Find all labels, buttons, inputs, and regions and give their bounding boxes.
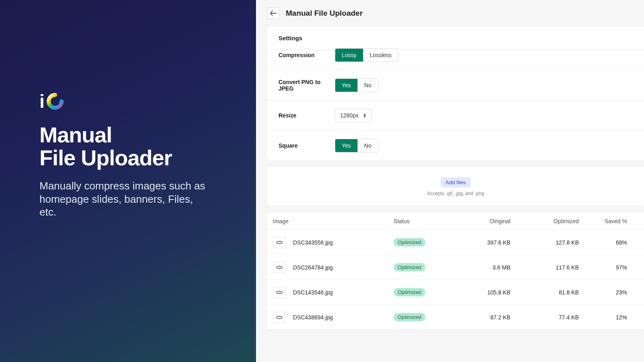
add-files-button[interactable]: Add files [441, 177, 471, 187]
col-optimized: Optimized [518, 218, 587, 224]
col-original: Oiriginal [454, 218, 518, 224]
logo-text: i [39, 90, 44, 112]
saved-percent: 68% [587, 239, 635, 246]
file-thumbnail [273, 312, 286, 323]
table-row: DSC264784.jpg Optimized 3.6 MB 117.6 KB … [267, 255, 644, 280]
select-caret-icon: ▲▼ [363, 113, 367, 118]
brand-logo: i [39, 90, 217, 112]
settings-card: Settings Compression Lossy Lossless Conv… [267, 27, 644, 160]
table-row: DSC143546.jpg Optimized 105.8 KB 81.8 KB… [267, 280, 644, 305]
file-name: DSC343556.jpg [293, 239, 333, 246]
resize-select[interactable]: 1280px ▲▼ [335, 109, 372, 122]
svg-point-0 [49, 95, 62, 108]
col-status: Status [394, 218, 454, 224]
hero-subtitle: Manually compress images such as homepag… [39, 179, 208, 219]
saved-percent: 23% [587, 289, 635, 296]
hero-title: Manual File Uploader [39, 123, 217, 169]
original-size: 397.6 KB [454, 239, 518, 246]
square-no-button[interactable]: No [357, 139, 378, 152]
original-size: 87.2 KB [454, 314, 518, 321]
convert-label: Convert PNG to JPEG [279, 79, 335, 92]
logo-swirl-icon [46, 93, 64, 110]
col-image: Image [273, 218, 394, 224]
convert-yes-button[interactable]: Yes [335, 79, 357, 92]
settings-heading: Settings [279, 35, 633, 41]
table-row: DSC438694.jpg Optimized 87.2 KB 77.4 KB … [267, 305, 644, 330]
compression-label: Compression [279, 52, 335, 58]
status-badge: Optimized [394, 263, 425, 272]
convert-toggle: Yes No [335, 78, 378, 92]
status-badge: Optimized [394, 313, 425, 321]
page-title: Manual File Uploader [286, 9, 363, 18]
app-panel: Manual File Uploader Settings Compressio… [256, 0, 644, 362]
square-yes-button[interactable]: Yes [335, 139, 357, 152]
resize-value: 1280px [340, 112, 359, 119]
optimized-size: 117.6 KB [518, 264, 587, 271]
original-size: 105.8 KB [454, 289, 518, 296]
optimized-size: 81.8 KB [518, 289, 587, 296]
file-name: DSC438694.jpg [293, 314, 333, 321]
dropzone-hint: Accepts .gif, .jpg, and .png [267, 191, 644, 196]
hero-panel: i Manual File Uploader Manually compress… [0, 0, 256, 362]
resize-label: Resize [279, 112, 335, 119]
convert-no-button[interactable]: No [357, 79, 378, 92]
square-toggle: Yes No [335, 139, 378, 152]
file-thumbnail [273, 262, 286, 273]
dropzone-card[interactable]: Add files Accepts .gif, .jpg, and .png [267, 167, 644, 206]
arrow-left-icon [270, 10, 277, 16]
optimized-size: 77.4 KB [518, 314, 587, 321]
optimized-size: 127.8 KB [518, 239, 587, 246]
compression-lossy-button[interactable]: Lossy [335, 49, 363, 62]
col-saved: Saved % [587, 218, 635, 224]
saved-percent: 12% [587, 314, 635, 321]
file-thumbnail [273, 237, 286, 248]
app-header: Manual File Uploader [256, 0, 644, 27]
files-table: Image Status Oiriginal Optimized Saved %… [267, 212, 644, 330]
compression-toggle: Lossy Lossless [335, 48, 398, 62]
status-badge: Optimized [394, 238, 425, 247]
file-name: DSC143546.jpg [293, 289, 333, 296]
original-size: 3.6 MB [454, 264, 518, 271]
status-badge: Optimized [394, 288, 425, 296]
file-name: DSC264784.jpg [293, 264, 333, 271]
table-row: DSC343556.jpg Optimized 397.6 KB 127.8 K… [267, 230, 644, 255]
table-header-row: Image Status Oiriginal Optimized Saved % [267, 212, 644, 230]
saved-percent: 97% [587, 264, 635, 271]
square-label: Square [279, 142, 335, 149]
compression-lossless-button[interactable]: Lossless [363, 49, 398, 62]
back-button[interactable] [267, 7, 279, 19]
file-thumbnail [273, 287, 286, 298]
